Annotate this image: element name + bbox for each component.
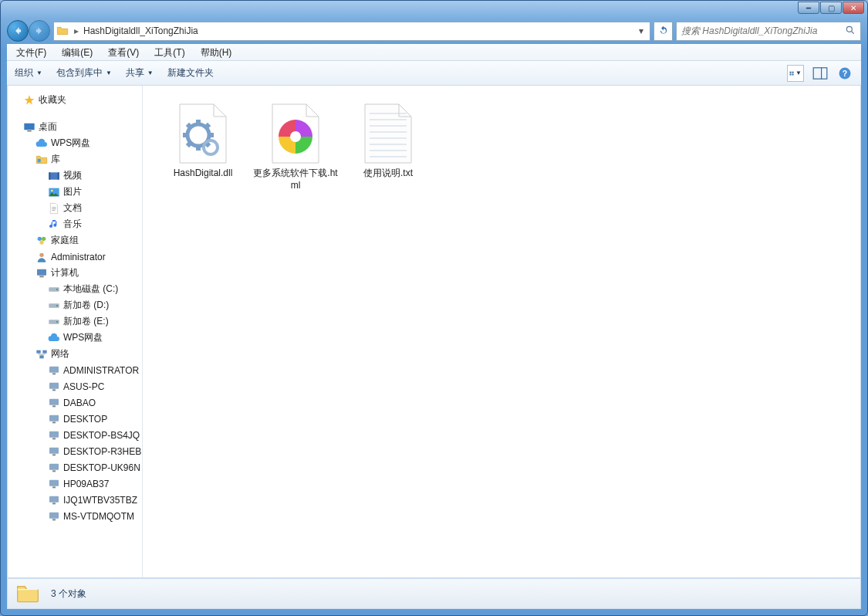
- maximize-button[interactable]: ▢: [820, 2, 842, 14]
- svg-rect-12: [38, 158, 41, 162]
- preview-pane-button[interactable]: [812, 65, 829, 82]
- back-button[interactable]: [7, 20, 29, 42]
- sidebar-wps-cloud-2[interactable]: WPS网盘: [8, 330, 142, 346]
- svg-rect-39: [52, 389, 56, 391]
- sidebar-documents[interactable]: 文档: [8, 200, 142, 216]
- sidebar-pictures[interactable]: 图片: [8, 184, 142, 200]
- help-button[interactable]: ?: [836, 65, 853, 82]
- sidebar-music[interactable]: 音乐: [8, 216, 142, 232]
- svg-point-24: [39, 252, 43, 256]
- computer-icon: [35, 267, 48, 279]
- cloud-icon: [35, 137, 48, 150]
- svg-point-0: [846, 26, 852, 32]
- homegroup-icon: [35, 235, 48, 247]
- svg-rect-43: [52, 421, 56, 423]
- svg-rect-4: [790, 73, 792, 75]
- forward-button[interactable]: [29, 20, 50, 42]
- breadcrumb[interactable]: ▸ HashDigitaldll_XiTongZhiJia ▾: [53, 22, 650, 41]
- menu-file[interactable]: 文件(F): [13, 45, 49, 61]
- documents-icon: [48, 202, 60, 215]
- svg-rect-11: [27, 130, 31, 131]
- tool-include-in-library[interactable]: 包含到库中 ▼: [56, 66, 112, 80]
- svg-rect-33: [36, 350, 40, 353]
- sidebar-drive-c[interactable]: 本地磁盘 (C:): [8, 281, 142, 297]
- svg-rect-45: [52, 438, 56, 439]
- tool-new-folder[interactable]: 新建文件夹: [167, 66, 214, 80]
- navigation-pane[interactable]: 收藏夹 桌面 WPS网盘 库 视频: [8, 86, 143, 577]
- svg-text:?: ?: [843, 68, 847, 77]
- svg-rect-10: [24, 123, 34, 130]
- svg-rect-47: [52, 454, 56, 455]
- address-bar: ▸ HashDigitaldll_XiTongZhiJia ▾: [7, 18, 861, 44]
- sidebar-network-pc[interactable]: MS-VTDMQOTM: [8, 508, 142, 524]
- sidebar-computer[interactable]: 计算机: [8, 265, 142, 281]
- file-item-txt[interactable]: 使用说明.txt: [342, 96, 434, 196]
- search-icon[interactable]: [845, 25, 856, 38]
- sidebar-network-pc[interactable]: DESKTOP-UK96N: [8, 459, 142, 476]
- svg-rect-46: [49, 447, 59, 453]
- breadcrumb-dropdown[interactable]: ▾: [634, 25, 648, 36]
- sidebar-network-pc[interactable]: DABAO: [8, 394, 142, 411]
- sidebar-homegroup[interactable]: 家庭组: [8, 232, 142, 249]
- sidebar-network-pc[interactable]: DESKTOP-R3HEB: [8, 443, 142, 459]
- sidebar-desktop[interactable]: 桌面: [8, 119, 142, 135]
- menu-edit[interactable]: 编辑(E): [59, 45, 96, 61]
- sidebar-administrator[interactable]: Administrator: [8, 249, 142, 265]
- tool-organize[interactable]: 组织 ▼: [15, 66, 42, 80]
- pictures-icon: [48, 186, 60, 198]
- svg-rect-41: [52, 405, 56, 407]
- menu-view[interactable]: 查看(V): [105, 45, 142, 61]
- sidebar-network[interactable]: 网络: [8, 346, 142, 362]
- svg-point-28: [56, 289, 58, 290]
- svg-rect-60: [208, 133, 214, 137]
- chevron-down-icon: ▼: [36, 69, 42, 76]
- title-bar: ━ ▢ ✕: [1, 1, 867, 18]
- view-options-button[interactable]: ▼: [787, 65, 804, 82]
- svg-rect-44: [49, 431, 59, 437]
- menu-help[interactable]: 帮助(H): [198, 45, 235, 61]
- sidebar-network-pc[interactable]: DESKTOP-BS4JQ: [8, 427, 142, 443]
- refresh-button[interactable]: [654, 22, 673, 41]
- svg-rect-34: [42, 350, 46, 353]
- sidebar-network-pc[interactable]: IJQ1WTBV35TBZ: [8, 492, 142, 508]
- file-item-dll[interactable]: HashDigital.dll: [157, 96, 249, 196]
- search-box[interactable]: [676, 22, 861, 41]
- music-icon: [48, 218, 60, 231]
- file-item-html[interactable]: 更多系统软件下载.html: [249, 96, 342, 196]
- pc-icon: [48, 445, 60, 458]
- close-button[interactable]: ✕: [843, 2, 864, 14]
- sidebar-network-pc[interactable]: DESKTOP: [8, 411, 142, 427]
- sidebar-videos[interactable]: 视频: [8, 168, 142, 184]
- svg-rect-59: [183, 133, 189, 137]
- drive-icon: [48, 300, 60, 312]
- pc-icon: [48, 381, 60, 393]
- svg-rect-51: [52, 486, 56, 488]
- sidebar-network-pc[interactable]: HP09AB37: [8, 476, 142, 492]
- search-input[interactable]: [681, 25, 845, 36]
- sidebar-drive-d[interactable]: 新加卷 (D:): [8, 297, 142, 313]
- sidebar-network-pc[interactable]: ADMINISTRATOR: [8, 362, 142, 378]
- file-pane[interactable]: HashDigital.dll: [143, 86, 860, 577]
- svg-rect-14: [49, 172, 50, 179]
- sidebar-favorites[interactable]: 收藏夹: [8, 92, 142, 108]
- sidebar-libraries[interactable]: 库: [8, 151, 142, 168]
- svg-point-30: [56, 305, 58, 306]
- toolbar: 组织 ▼ 包含到库中 ▼ 共享 ▼ 新建文件夹 ▼ ?: [7, 61, 861, 86]
- svg-rect-38: [49, 382, 59, 388]
- sidebar-wps-cloud[interactable]: WPS网盘: [8, 135, 142, 151]
- drive-icon: [48, 283, 60, 296]
- pc-icon: [48, 397, 60, 409]
- breadcrumb-current[interactable]: HashDigitaldll_XiTongZhiJia: [83, 25, 198, 36]
- dll-icon: [171, 101, 235, 166]
- svg-point-22: [42, 236, 46, 240]
- pc-icon: [48, 413, 60, 425]
- sidebar-drive-e[interactable]: 新加卷 (E:): [8, 313, 142, 330]
- menu-tools[interactable]: 工具(T): [151, 45, 187, 61]
- minimize-button[interactable]: ━: [798, 2, 819, 14]
- sidebar-network-pc[interactable]: ASUS-PC: [8, 378, 142, 394]
- svg-rect-49: [52, 470, 56, 472]
- svg-rect-40: [49, 398, 59, 404]
- tool-share[interactable]: 共享 ▼: [126, 66, 154, 80]
- file-label: 更多系统软件下载.html: [252, 168, 339, 191]
- chevron-down-icon: ▼: [147, 69, 154, 76]
